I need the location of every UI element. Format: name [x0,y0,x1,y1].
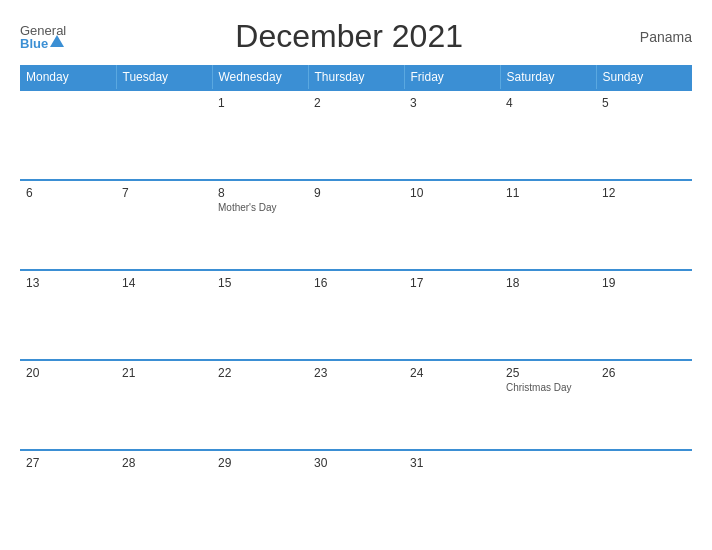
day-number: 27 [26,456,110,470]
calendar-week-row: 12345 [20,90,692,180]
calendar-week-row: 202122232425Christmas Day26 [20,360,692,450]
day-number: 6 [26,186,110,200]
calendar-tbody: 12345678Mother's Day91011121314151617181… [20,90,692,540]
calendar-cell: 12 [596,180,692,270]
calendar-page: General Blue December 2021 Panama Monday… [0,0,712,550]
calendar-cell: 22 [212,360,308,450]
calendar-week-row: 678Mother's Day9101112 [20,180,692,270]
holiday-name: Christmas Day [506,382,590,393]
calendar-cell: 31 [404,450,500,540]
calendar-cell: 16 [308,270,404,360]
calendar-cell: 7 [116,180,212,270]
logo: General Blue [20,24,66,50]
logo-triangle-icon [50,35,64,47]
day-number: 7 [122,186,206,200]
day-number: 24 [410,366,494,380]
day-number: 13 [26,276,110,290]
calendar-cell: 15 [212,270,308,360]
day-number: 2 [314,96,398,110]
calendar-cell: 13 [20,270,116,360]
calendar-cell: 17 [404,270,500,360]
day-number: 23 [314,366,398,380]
calendar-table: MondayTuesdayWednesdayThursdayFridaySatu… [20,65,692,540]
calendar-cell: 14 [116,270,212,360]
country-label: Panama [632,29,692,45]
calendar-cell: 10 [404,180,500,270]
day-number: 30 [314,456,398,470]
day-number: 1 [218,96,302,110]
logo-blue-text: Blue [20,37,48,50]
day-number: 11 [506,186,590,200]
calendar-cell: 2 [308,90,404,180]
calendar-week-row: 2728293031 [20,450,692,540]
holiday-name: Mother's Day [218,202,302,213]
calendar-cell: 9 [308,180,404,270]
day-number: 28 [122,456,206,470]
day-number: 31 [410,456,494,470]
weekday-header-wednesday: Wednesday [212,65,308,90]
weekday-header-thursday: Thursday [308,65,404,90]
day-number: 20 [26,366,110,380]
day-number: 12 [602,186,686,200]
calendar-cell [500,450,596,540]
weekday-header-row: MondayTuesdayWednesdayThursdayFridaySatu… [20,65,692,90]
calendar-thead: MondayTuesdayWednesdayThursdayFridaySatu… [20,65,692,90]
calendar-cell: 4 [500,90,596,180]
calendar-cell: 25Christmas Day [500,360,596,450]
day-number: 4 [506,96,590,110]
calendar-cell: 18 [500,270,596,360]
weekday-header-friday: Friday [404,65,500,90]
calendar-cell: 21 [116,360,212,450]
weekday-header-saturday: Saturday [500,65,596,90]
calendar-cell: 19 [596,270,692,360]
calendar-cell: 3 [404,90,500,180]
calendar-week-row: 13141516171819 [20,270,692,360]
day-number: 19 [602,276,686,290]
calendar-cell: 26 [596,360,692,450]
calendar-header: General Blue December 2021 Panama [20,18,692,55]
calendar-cell: 8Mother's Day [212,180,308,270]
calendar-cell: 1 [212,90,308,180]
day-number: 21 [122,366,206,380]
calendar-cell: 28 [116,450,212,540]
day-number: 10 [410,186,494,200]
day-number: 29 [218,456,302,470]
day-number: 25 [506,366,590,380]
day-number: 16 [314,276,398,290]
weekday-header-tuesday: Tuesday [116,65,212,90]
day-number: 5 [602,96,686,110]
calendar-cell [596,450,692,540]
day-number: 17 [410,276,494,290]
weekday-header-monday: Monday [20,65,116,90]
calendar-cell: 5 [596,90,692,180]
calendar-cell: 11 [500,180,596,270]
day-number: 8 [218,186,302,200]
calendar-cell: 24 [404,360,500,450]
calendar-cell: 30 [308,450,404,540]
day-number: 3 [410,96,494,110]
day-number: 9 [314,186,398,200]
day-number: 14 [122,276,206,290]
calendar-cell [116,90,212,180]
calendar-cell: 20 [20,360,116,450]
calendar-cell: 23 [308,360,404,450]
day-number: 22 [218,366,302,380]
calendar-cell: 27 [20,450,116,540]
day-number: 15 [218,276,302,290]
calendar-cell: 6 [20,180,116,270]
month-title: December 2021 [66,18,632,55]
day-number: 18 [506,276,590,290]
weekday-header-sunday: Sunday [596,65,692,90]
calendar-cell [20,90,116,180]
calendar-cell: 29 [212,450,308,540]
day-number: 26 [602,366,686,380]
